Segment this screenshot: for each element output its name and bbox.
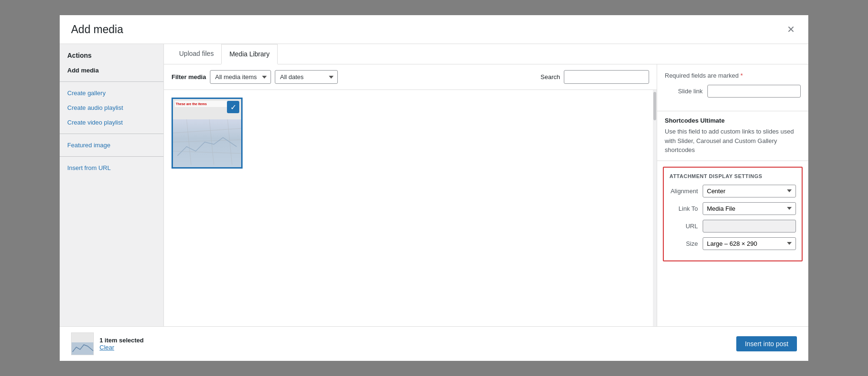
close-button[interactable]: ✕ [785, 23, 797, 36]
right-panel-top: Required fields are marked * Slide link [657, 64, 808, 111]
thumb-map-svg [173, 119, 241, 165]
url-row: URL [669, 220, 796, 233]
main-content: Upload files Media Library Filter media … [164, 44, 808, 326]
sidebar: Actions Add media Create gallery Create … [60, 44, 164, 326]
media-grid: These are the items [164, 90, 657, 326]
filter-label: Filter media [172, 73, 206, 81]
svg-line-3 [187, 119, 191, 165]
selected-thumb [71, 332, 94, 355]
right-panel: Required fields are marked * Slide link … [657, 64, 808, 326]
link-to-row: Link To Media File Attachment Page Custo… [669, 202, 796, 215]
alignment-row: Alignment None Left Center Right [669, 185, 796, 197]
required-notice: Required fields are marked * [665, 72, 801, 79]
sidebar-item-featured-image[interactable]: Featured image [60, 138, 163, 152]
sidebar-item-add-media[interactable]: Add media [60, 63, 163, 78]
dialog-footer: 1 item selected Clear Insert into post [60, 326, 808, 361]
shortcodes-block: Shortcodes Ultimate Use this field to ad… [657, 111, 808, 161]
search-label: Search [541, 73, 560, 81]
selected-count: 1 item selected [99, 337, 144, 344]
grid-scrollbar-thumb [653, 92, 656, 120]
url-input[interactable] [703, 220, 796, 233]
media-check-icon: ✓ [227, 101, 239, 113]
insert-into-post-button[interactable]: Insert into post [736, 336, 797, 351]
sidebar-item-create-audio-playlist[interactable]: Create audio playlist [60, 100, 163, 115]
media-grid-section: Filter media All media items Images Audi… [164, 64, 657, 326]
filter-bar: Filter media All media items Images Audi… [164, 64, 657, 90]
sidebar-divider-2 [60, 134, 163, 134]
slide-link-input[interactable] [707, 85, 801, 98]
tab-upload-files[interactable]: Upload files [172, 44, 221, 64]
sidebar-item-insert-from-url[interactable]: Insert from URL [60, 161, 163, 175]
slide-link-row: Slide link [665, 85, 801, 98]
thumb-map [173, 119, 241, 167]
search-area: Search [541, 70, 649, 84]
footer-thumb-svg [72, 333, 94, 355]
svg-line-1 [173, 140, 241, 142]
dialog-header: Add media ✕ [60, 15, 808, 44]
shortcodes-desc: Use this field to add custom links to sl… [665, 127, 801, 155]
sidebar-divider [60, 81, 163, 82]
media-item[interactable]: These are the items [172, 98, 243, 169]
tabs-bar: Upload files Media Library [164, 44, 808, 64]
size-label: Size [669, 240, 703, 247]
media-area: Filter media All media items Images Audi… [164, 64, 808, 326]
sidebar-item-create-gallery[interactable]: Create gallery [60, 86, 163, 100]
svg-line-4 [209, 119, 214, 165]
link-to-label: Link To [669, 205, 703, 212]
grid-scrollbar[interactable] [653, 90, 657, 326]
footer-thumb-image [72, 333, 93, 355]
dialog-body: Actions Add media Create gallery Create … [60, 44, 808, 326]
attachment-display-settings: ATTACHMENT DISPLAY SETTINGS Alignment No… [663, 167, 803, 261]
size-row: Size Large – 628 × 290 Medium – 300 × 13… [669, 237, 796, 250]
shortcodes-title: Shortcodes Ultimate [665, 117, 801, 124]
url-label: URL [669, 223, 703, 230]
size-select[interactable]: Large – 628 × 290 Medium – 300 × 138 Thu… [703, 237, 796, 250]
link-to-select[interactable]: Media File Attachment Page Custom URL No… [703, 202, 796, 215]
selected-info: 1 item selected Clear [71, 332, 144, 355]
date-filter[interactable]: All dates January 2024 December 2023 [275, 70, 338, 84]
search-input[interactable] [564, 70, 649, 84]
alignment-select[interactable]: None Left Center Right [703, 185, 796, 197]
dialog-title: Add media [71, 23, 123, 36]
required-asterisk: * [741, 72, 743, 79]
add-media-dialog: Add media ✕ Actions Add media Create gal… [60, 15, 808, 361]
selected-count-wrapper: 1 item selected Clear [99, 337, 144, 351]
attachment-settings-title: ATTACHMENT DISPLAY SETTINGS [669, 173, 796, 179]
sidebar-item-create-video-playlist[interactable]: Create video playlist [60, 115, 163, 130]
alignment-label: Alignment [669, 188, 703, 195]
svg-line-0 [173, 128, 241, 133]
slide-link-label: Slide link [665, 88, 707, 95]
sidebar-divider-3 [60, 156, 163, 157]
media-type-filter[interactable]: All media items Images Audio Video Docum… [210, 70, 271, 84]
sidebar-section-title: Actions [60, 44, 163, 63]
clear-link[interactable]: Clear [99, 344, 144, 351]
tab-media-library[interactable]: Media Library [221, 44, 278, 64]
